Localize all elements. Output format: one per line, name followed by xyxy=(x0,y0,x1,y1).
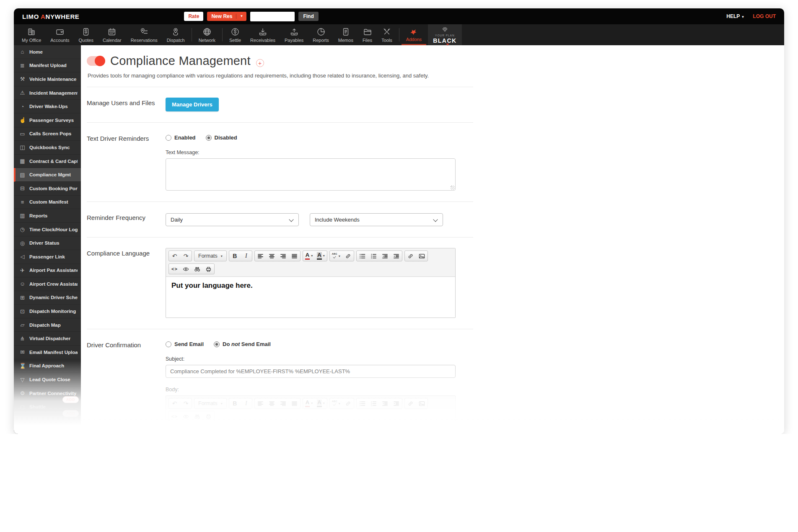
spellcheck-button[interactable]: ABC▾ xyxy=(330,398,342,408)
align-center-button[interactable] xyxy=(266,251,277,261)
radio-icon[interactable] xyxy=(166,135,171,141)
align-justify-button[interactable] xyxy=(289,398,300,408)
nav-item-calendar[interactable]: Calendar xyxy=(98,24,126,45)
code-button[interactable]: <> xyxy=(169,264,180,274)
caret-down-icon[interactable]: ▼ xyxy=(236,14,246,19)
sidebar-item-reports[interactable]: ▥ Reports xyxy=(14,209,81,223)
editor-content[interactable]: Put your language here. xyxy=(166,277,455,318)
radio-icon[interactable] xyxy=(206,135,212,141)
undo-button[interactable]: ↶ xyxy=(169,251,180,261)
bullist-button[interactable] xyxy=(357,251,368,261)
nav-item-addons[interactable]: Addons xyxy=(402,24,426,45)
frequency-select[interactable]: Daily xyxy=(166,213,299,226)
align-right-button[interactable] xyxy=(277,251,289,261)
image-button[interactable] xyxy=(416,251,428,261)
sidebar-item-driver-status[interactable]: ◎ Driver Status xyxy=(14,236,81,250)
nav-item-tools[interactable]: Tools xyxy=(377,24,397,45)
sidebar-item-dispatch-monitoring[interactable]: ⊡ Dispatch Monitoring xyxy=(14,305,81,318)
feature-toggle-on[interactable] xyxy=(87,56,105,66)
link2-button[interactable] xyxy=(405,251,416,261)
backcolor-button[interactable]: A▾ xyxy=(315,398,326,408)
print-button[interactable] xyxy=(203,264,214,274)
italic-button[interactable]: I xyxy=(241,251,252,261)
forecolor-button[interactable]: A▾ xyxy=(303,398,315,408)
sidebar-item-time-clock-hour-log[interactable]: ◷ Time Clock/Hour Log xyxy=(14,223,81,237)
code-button[interactable]: <> xyxy=(169,411,180,421)
formats-button[interactable]: Formats▾ xyxy=(194,251,226,261)
indent-button[interactable] xyxy=(391,251,402,261)
undo-button[interactable]: ↶ xyxy=(169,398,180,408)
nav-item-reports[interactable]: Reports xyxy=(308,24,334,45)
align-left-button[interactable] xyxy=(255,251,266,261)
spellcheck-button[interactable]: ABC▾ xyxy=(330,251,342,261)
searchreplace-button[interactable] xyxy=(192,264,203,274)
sidebar-item-virtual-dispatcher[interactable]: ⋔ Virtual Dispatcher xyxy=(14,332,81,346)
backcolor-button[interactable]: A▾ xyxy=(315,251,326,261)
indent-button[interactable] xyxy=(391,398,402,408)
sidebar-item-partner-connectivity[interactable]: ⚙ Partner Connectivity ADD xyxy=(14,387,81,400)
radio-icon[interactable] xyxy=(166,341,171,347)
sidebar-item-email-manifest-upload[interactable]: ✉ Email Manifest Upload xyxy=(14,346,81,359)
send-email-radio[interactable]: Send Email xyxy=(166,341,204,347)
sidebar-item-manifest-upload[interactable]: ≣ Manifest Upload xyxy=(14,59,81,73)
sidebar-item-home[interactable]: ⌂ Home xyxy=(14,45,81,59)
nav-item-settle[interactable]: Settle xyxy=(225,24,246,45)
align-left-button[interactable] xyxy=(255,398,266,408)
italic-button[interactable]: I xyxy=(241,398,252,408)
new-res-button[interactable]: New Res▼ xyxy=(207,12,246,21)
sidebar-item-passenger-surveys[interactable]: ☝ Passenger Surveys xyxy=(14,114,81,127)
sidebar-item-lead-quote-close[interactable]: ▽ Lead Quote Close xyxy=(14,373,81,387)
sidebar-item-airport-crew-assistance[interactable]: ☺ Airport Crew Assistance xyxy=(14,277,81,291)
enabled-radio[interactable]: Enabled xyxy=(166,134,196,141)
nav-item-reservations[interactable]: Reservations xyxy=(126,24,162,45)
disabled-radio[interactable]: Disabled xyxy=(206,134,237,141)
sidebar-item-final-approach[interactable]: ⌛ Final Approach xyxy=(14,359,81,373)
sidebar-item-calls-screen-pops[interactable]: ▭ Calls Screen Pops xyxy=(14,127,81,141)
rate-button[interactable]: Rate xyxy=(184,12,203,21)
nav-item-dispatch[interactable]: Dispatch xyxy=(162,24,189,45)
editor-content[interactable] xyxy=(166,424,455,434)
align-center-button[interactable] xyxy=(266,398,277,408)
sidebar-item-contract-card-capture[interactable]: ▦ Contract & Card Capture xyxy=(14,155,81,168)
print-button[interactable] xyxy=(203,411,214,421)
nav-item-accounts[interactable]: Accounts xyxy=(46,24,74,45)
plan-black-badge[interactable]: YOUR PLAN BLACK xyxy=(428,24,462,45)
bullist-button[interactable] xyxy=(357,398,368,408)
sidebar-item-custom-manifest[interactable]: ≡ Custom Manifest xyxy=(14,196,81,209)
formats-button[interactable]: Formats▾ xyxy=(194,398,226,408)
nav-item-quotes[interactable]: Quotes xyxy=(74,24,98,45)
outdent-button[interactable] xyxy=(379,251,391,261)
image-button[interactable] xyxy=(416,398,428,408)
sidebar-item-custom-booking-portals[interactable]: ⊟ Custom Booking Portals xyxy=(14,182,81,196)
plus-circle-icon[interactable]: + xyxy=(256,59,264,67)
sidebar-item-dispatch-map[interactable]: ▱ Dispatch Map xyxy=(14,318,81,332)
text-message-textarea[interactable] xyxy=(166,158,456,191)
link2-button[interactable] xyxy=(405,398,416,408)
preview-button[interactable] xyxy=(180,264,192,274)
align-right-button[interactable] xyxy=(277,398,289,408)
forecolor-button[interactable]: A▾ xyxy=(303,251,315,261)
find-button[interactable]: Find xyxy=(298,12,318,21)
sidebar-item-quickbooks-sync[interactable]: ◫ Quickbooks Sync xyxy=(14,141,81,155)
redo-button[interactable]: ↷ xyxy=(180,398,192,408)
nav-item-receivables[interactable]: Receivables xyxy=(246,24,280,45)
nav-item-my-office[interactable]: My Office xyxy=(17,24,46,45)
logout-link[interactable]: LOG OUT xyxy=(753,13,776,19)
sidebar-item-airport-pax-assistance[interactable]: ✈ Airport Pax Assistance xyxy=(14,264,81,278)
link-button[interactable] xyxy=(342,251,354,261)
weekends-select[interactable]: Include Weekends xyxy=(310,213,443,226)
manage-drivers-button[interactable]: Manage Drivers xyxy=(166,98,219,111)
bold-button[interactable]: B xyxy=(229,398,241,408)
search-input[interactable] xyxy=(250,12,295,21)
preview-button[interactable] xyxy=(180,411,192,421)
redo-button[interactable]: ↷ xyxy=(180,251,192,261)
radio-icon[interactable] xyxy=(214,341,220,347)
outdent-button[interactable] xyxy=(379,398,391,408)
sidebar-item-dynamic-driver-scheduling[interactable]: ⊞ Dynamic Driver Scheduling xyxy=(14,291,81,305)
numlist-button[interactable] xyxy=(368,398,379,408)
nav-item-payables[interactable]: Payables xyxy=(280,24,308,45)
searchreplace-button[interactable] xyxy=(192,411,203,421)
sidebar-item-compliance-mgmt[interactable]: ▤ Compliance Mgmt xyxy=(14,168,81,182)
sidebar-item-driver-wake-ups[interactable]: ◔ Driver Wake-Ups xyxy=(14,100,81,114)
link-button[interactable] xyxy=(342,398,354,408)
